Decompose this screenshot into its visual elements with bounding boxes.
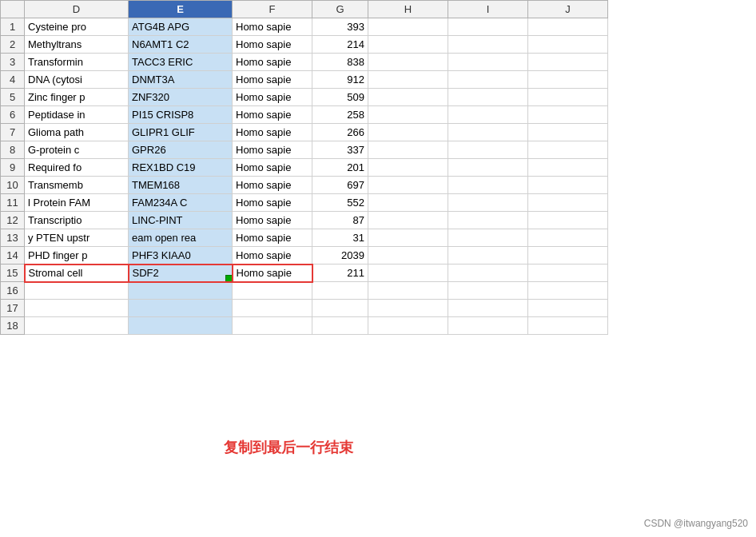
cell-col-h[interactable] [368, 89, 448, 106]
cell-col-f[interactable]: Homo sapie [233, 229, 312, 247]
cell-col-i[interactable] [448, 194, 528, 212]
cell-col-f[interactable]: Homo sapie [233, 141, 312, 159]
empty-cell[interactable] [368, 282, 448, 300]
empty-cell[interactable] [233, 300, 312, 317]
cell-col-i[interactable] [448, 124, 528, 141]
cell-col-d[interactable]: DNA (cytosi [25, 71, 129, 89]
empty-cell[interactable] [129, 317, 233, 335]
cell-col-f[interactable]: Homo sapie [233, 89, 312, 106]
empty-cell[interactable] [312, 282, 368, 300]
cell-col-f[interactable]: Homo sapie [233, 54, 312, 71]
empty-cell[interactable] [448, 282, 528, 300]
cell-col-e[interactable]: GPR26 [129, 141, 233, 159]
empty-cell[interactable] [233, 282, 312, 300]
cell-col-e[interactable]: SDF2 [129, 265, 233, 282]
cell-col-f[interactable]: Homo sapie [233, 36, 312, 54]
col-j-header[interactable]: J [528, 1, 608, 18]
cell-col-e[interactable]: REX1BD C19 [129, 159, 233, 177]
table-row[interactable]: 11l Protein FAMFAM234A CHomo sapie552 [1, 194, 608, 212]
empty-cell[interactable] [528, 282, 608, 300]
cell-col-h[interactable] [368, 247, 448, 265]
cell-col-f[interactable]: Homo sapie [233, 159, 312, 177]
cell-col-j[interactable] [528, 106, 608, 124]
cell-col-f[interactable]: Homo sapie [233, 18, 312, 36]
cell-col-f[interactable]: Homo sapie [233, 212, 312, 229]
table-row[interactable]: 12TranscriptioLINC-PINTHomo sapie87 [1, 212, 608, 229]
col-h-header[interactable]: H [368, 1, 448, 18]
cell-col-g[interactable]: 87 [312, 212, 368, 229]
empty-cell[interactable] [25, 300, 129, 317]
cell-col-i[interactable] [448, 18, 528, 36]
cell-col-i[interactable] [448, 177, 528, 194]
cell-col-g[interactable]: 509 [312, 89, 368, 106]
cell-col-d[interactable]: Transcriptio [25, 212, 129, 229]
cell-col-g[interactable]: 258 [312, 106, 368, 124]
empty-cell[interactable] [129, 282, 233, 300]
cell-col-h[interactable] [368, 177, 448, 194]
cell-col-f[interactable]: Homo sapie [233, 71, 312, 89]
cell-col-e[interactable]: ATG4B APG [129, 18, 233, 36]
cell-col-e[interactable]: GLIPR1 GLIF [129, 124, 233, 141]
cell-col-i[interactable] [448, 54, 528, 71]
cell-col-d[interactable]: Peptidase in [25, 106, 129, 124]
cell-col-d[interactable]: G-protein c [25, 141, 129, 159]
table-row[interactable]: 15Stromal cellSDF2Homo sapie211 [1, 265, 608, 282]
cell-col-j[interactable] [528, 265, 608, 282]
cell-col-h[interactable] [368, 141, 448, 159]
cell-col-i[interactable] [448, 71, 528, 89]
cell-col-d[interactable]: Zinc finger p [25, 89, 129, 106]
empty-cell[interactable] [25, 282, 129, 300]
table-row[interactable]: 8G-protein cGPR26Homo sapie337 [1, 141, 608, 159]
cell-col-h[interactable] [368, 106, 448, 124]
cell-col-h[interactable] [368, 71, 448, 89]
cell-col-e[interactable]: TACC3 ERIC [129, 54, 233, 71]
cell-col-e[interactable]: LINC-PINT [129, 212, 233, 229]
empty-row[interactable]: 18 [1, 317, 608, 335]
col-d-header[interactable]: D [25, 1, 129, 18]
cell-col-d[interactable]: l Protein FAM [25, 194, 129, 212]
cell-col-h[interactable] [368, 265, 448, 282]
table-row[interactable]: 10TransmembTMEM168Homo sapie697 [1, 177, 608, 194]
cell-col-g[interactable]: 393 [312, 18, 368, 36]
cell-col-j[interactable] [528, 18, 608, 36]
cell-col-i[interactable] [448, 36, 528, 54]
cell-col-g[interactable]: 337 [312, 141, 368, 159]
cell-col-j[interactable] [528, 54, 608, 71]
table-row[interactable]: 2MethyltransN6AMT1 C2Homo sapie214 [1, 36, 608, 54]
cell-col-j[interactable] [528, 159, 608, 177]
empty-cell[interactable] [368, 317, 448, 335]
table-row[interactable]: 4DNA (cytosiDNMT3AHomo sapie912 [1, 71, 608, 89]
cell-col-e[interactable]: TMEM168 [129, 177, 233, 194]
table-row[interactable]: 7Glioma pathGLIPR1 GLIFHomo sapie266 [1, 124, 608, 141]
cell-col-i[interactable] [448, 159, 528, 177]
cell-col-j[interactable] [528, 141, 608, 159]
table-row[interactable]: 9Required foREX1BD C19Homo sapie201 [1, 159, 608, 177]
cell-col-g[interactable]: 552 [312, 194, 368, 212]
cell-col-e[interactable]: N6AMT1 C2 [129, 36, 233, 54]
cell-col-j[interactable] [528, 36, 608, 54]
cell-col-g[interactable]: 697 [312, 177, 368, 194]
cell-col-e[interactable]: eam open rea [129, 229, 233, 247]
cell-col-j[interactable] [528, 194, 608, 212]
cell-col-j[interactable] [528, 89, 608, 106]
cell-col-i[interactable] [448, 106, 528, 124]
cell-col-j[interactable] [528, 177, 608, 194]
cell-col-j[interactable] [528, 212, 608, 229]
cell-col-e[interactable]: FAM234A C [129, 194, 233, 212]
col-e-header[interactable]: E [129, 1, 233, 18]
cell-col-h[interactable] [368, 36, 448, 54]
cell-col-i[interactable] [448, 247, 528, 265]
empty-cell[interactable] [312, 317, 368, 335]
empty-cell[interactable] [528, 317, 608, 335]
cell-col-g[interactable]: 838 [312, 54, 368, 71]
cell-col-g[interactable]: 266 [312, 124, 368, 141]
cell-col-e[interactable]: DNMT3A [129, 71, 233, 89]
cell-col-d[interactable]: Stromal cell [25, 265, 129, 282]
cell-col-g[interactable]: 31 [312, 229, 368, 247]
empty-cell[interactable] [448, 317, 528, 335]
cell-col-i[interactable] [448, 229, 528, 247]
cell-col-j[interactable] [528, 247, 608, 265]
cell-col-h[interactable] [368, 212, 448, 229]
cell-col-f[interactable]: Homo sapie [233, 124, 312, 141]
cell-col-f[interactable]: Homo sapie [233, 194, 312, 212]
